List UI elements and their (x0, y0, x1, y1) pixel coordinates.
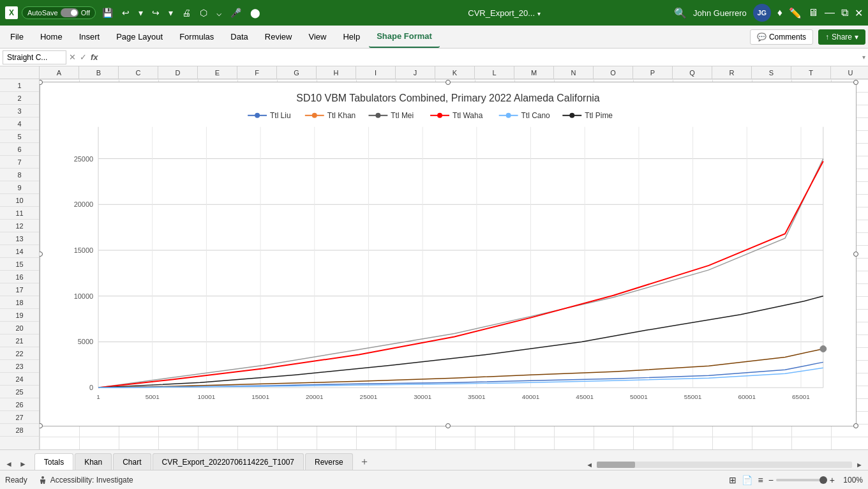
sheet-scroll-right-btn[interactable]: ► (853, 460, 865, 470)
col-P: P (633, 66, 673, 79)
svg-text:1: 1 (96, 393, 100, 400)
handle-bot-left[interactable] (40, 423, 43, 428)
tab-scroll-right[interactable]: ► (17, 458, 29, 470)
tab-page-layout[interactable]: Page Layout (108, 26, 170, 48)
status-right: ⊞ 📄 ≡ − + 100% (729, 475, 863, 485)
tab-file[interactable]: File (3, 26, 31, 48)
row-8: 8 (0, 169, 39, 181)
zoom-out-btn[interactable]: − (768, 475, 774, 485)
autosave-label: AutoSave (27, 9, 58, 17)
svg-text:Ttl Mei: Ttl Mei (391, 111, 414, 120)
diamond-icon[interactable]: ♦ (777, 7, 782, 19)
more-icon[interactable]: ⌵ (214, 6, 224, 19)
scrollbar-thumb[interactable] (597, 462, 635, 468)
zoom-slider[interactable] (776, 479, 827, 481)
excel-icon: X (5, 6, 18, 19)
sheet-scroll-left-btn[interactable]: ◄ (583, 460, 595, 470)
col-L: L (475, 66, 514, 79)
svg-rect-0 (41, 82, 855, 426)
tab-insert[interactable]: Insert (71, 26, 108, 48)
share-button[interactable]: ↑ Share ▾ (818, 29, 865, 45)
row-9: 9 (0, 181, 39, 194)
zoom-in-btn[interactable]: + (830, 475, 835, 485)
formula-expand-icon[interactable]: ▾ (862, 54, 865, 61)
tab-formulas[interactable]: Formulas (172, 26, 221, 48)
view-normal-icon[interactable]: ⊞ (729, 475, 737, 485)
filename-dropdown-icon[interactable]: ▾ (537, 10, 541, 17)
sheet-tab-totals[interactable]: Totals (34, 453, 73, 470)
restore-icon[interactable]: ⧉ (841, 7, 848, 19)
svg-text:0: 0 (89, 384, 93, 391)
redo-dropdown-icon[interactable]: ▾ (166, 6, 176, 19)
sheet-tab-reverse[interactable]: Reverse (305, 453, 353, 470)
ready-label: Ready (5, 476, 27, 485)
search-icon[interactable]: 🔍 (674, 7, 687, 19)
tab-data[interactable]: Data (223, 26, 255, 48)
sheet-tab-cvr[interactable]: CVR_Export_20220706114226_T1007 (153, 453, 304, 470)
autosave-toggle[interactable] (61, 8, 79, 17)
row-5: 5 (0, 130, 39, 143)
svg-text:Ttl Cano: Ttl Cano (521, 111, 550, 120)
tab-scroll-left[interactable]: ◄ (3, 458, 15, 470)
horizontal-scrollbar[interactable] (597, 462, 852, 468)
chart-svg[interactable]: SD10 VBM Tabulators Combined, Primary 20… (40, 82, 856, 426)
ribbon: File Home Insert Page Layout Formulas Da… (0, 26, 868, 49)
comments-button[interactable]: 💬 Comments (750, 29, 813, 45)
print-icon[interactable]: 🖨 (179, 6, 193, 19)
user-initials: JG (757, 9, 767, 17)
zoom-control: − + (768, 475, 835, 485)
row-13: 13 (0, 232, 39, 245)
row-22: 22 (0, 347, 39, 360)
row-16: 16 (0, 271, 39, 283)
zoom-level[interactable]: 100% (840, 476, 863, 485)
function-icon[interactable]: fx (91, 52, 98, 62)
handle-bot-center[interactable] (445, 423, 451, 428)
minimize-icon[interactable]: — (825, 7, 835, 19)
record-icon[interactable]: ⬤ (248, 6, 263, 19)
undo-dropdown-icon[interactable]: ▾ (136, 6, 146, 19)
handle-mid-right[interactable] (853, 252, 858, 257)
close-icon[interactable]: ✕ (855, 7, 863, 19)
confirm-formula-icon[interactable]: ✓ (80, 52, 87, 62)
chart-container[interactable]: SD10 VBM Tabulators Combined, Primary 20… (40, 82, 857, 426)
col-A: A (40, 66, 79, 79)
col-I: I (356, 66, 396, 79)
tab-shape-format[interactable]: Shape Format (369, 26, 440, 48)
row-3: 3 (0, 105, 39, 117)
undo-icon[interactable]: ↩ (119, 6, 132, 19)
row-28: 28 (0, 424, 39, 437)
screen-icon[interactable]: 🖥 (808, 7, 818, 19)
save-icon[interactable]: 💾 (100, 6, 116, 19)
shapes-icon[interactable]: ⬡ (197, 6, 210, 19)
grid-content[interactable]: SD10 VBM Tabulators Combined, Primary 20… (40, 79, 868, 449)
tab-view[interactable]: View (301, 26, 334, 48)
accessibility-icon (38, 475, 48, 485)
pen-icon[interactable]: ✏️ (789, 7, 802, 19)
col-H: H (317, 66, 356, 79)
tab-home[interactable]: Home (33, 26, 70, 48)
formula-bar: ✕ ✓ fx ▾ (0, 49, 868, 66)
add-sheet-button[interactable]: ＋ (354, 454, 375, 470)
handle-bot-right[interactable] (853, 423, 858, 428)
comment-icon: 💬 (757, 33, 767, 41)
mic-icon[interactable]: 🎤 (228, 6, 244, 19)
svg-text:35001: 35001 (468, 393, 486, 400)
sheet-tab-chart[interactable]: Chart (113, 453, 151, 470)
tab-help[interactable]: Help (335, 26, 368, 48)
sheet-tab-khan[interactable]: Khan (75, 453, 112, 470)
redo-icon[interactable]: ↪ (149, 6, 162, 19)
tab-review[interactable]: Review (257, 26, 300, 48)
autosave-pill[interactable]: AutoSave Off (22, 6, 96, 19)
col-G: G (277, 66, 317, 79)
row-20: 20 (0, 322, 39, 335)
view-page-layout-icon[interactable]: 📄 (742, 475, 752, 485)
handle-top-right[interactable] (853, 80, 858, 85)
svg-text:Ttl Khan: Ttl Khan (327, 111, 355, 120)
view-page-break-icon[interactable]: ≡ (758, 475, 763, 485)
share-icon: ↑ (825, 33, 829, 41)
handle-top-center[interactable] (445, 80, 451, 85)
name-box[interactable] (3, 50, 66, 64)
cancel-formula-icon[interactable]: ✕ (69, 52, 76, 62)
user-avatar[interactable]: JG (753, 4, 771, 22)
formula-input[interactable] (101, 52, 860, 63)
